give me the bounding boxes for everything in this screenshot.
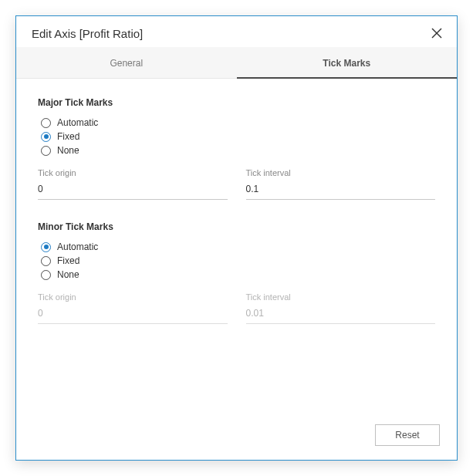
field-label: Tick interval (246, 292, 436, 302)
radio-label: Automatic (57, 241, 98, 252)
minor-heading: Minor Tick Marks (38, 221, 435, 232)
field-label: Tick interval (246, 168, 436, 177)
tab-general-label: General (110, 58, 143, 69)
field-label: Tick origin (38, 292, 228, 302)
major-radio-none[interactable]: None (41, 145, 435, 156)
close-icon (431, 28, 442, 39)
radio-icon (41, 256, 51, 266)
minor-tick-interval-field: Tick interval (246, 292, 436, 324)
minor-radio-group: Automatic Fixed None (41, 241, 435, 280)
edit-axis-dialog: Edit Axis [Profit Ratio] General Tick Ma… (15, 15, 458, 461)
major-tick-origin-input[interactable] (38, 181, 228, 200)
tab-general[interactable]: General (16, 47, 237, 78)
radio-label: Automatic (57, 117, 98, 128)
dialog-content: Major Tick Marks Automatic Fixed None Ti… (16, 79, 457, 415)
tab-tick-marks-label: Tick Marks (323, 58, 370, 69)
major-tick-interval-input[interactable] (246, 181, 436, 200)
radio-icon (41, 132, 51, 142)
radio-icon (41, 242, 51, 252)
dialog-footer: Reset (16, 415, 457, 460)
minor-field-row: Tick origin Tick interval (38, 292, 435, 324)
minor-radio-automatic[interactable]: Automatic (41, 241, 435, 252)
radio-label: Fixed (57, 255, 79, 266)
minor-tick-interval-input (246, 305, 436, 324)
radio-label: Fixed (57, 131, 79, 142)
tab-tick-marks[interactable]: Tick Marks (237, 47, 458, 78)
dialog-title: Edit Axis [Profit Ratio] (32, 27, 143, 40)
radio-label: None (57, 269, 79, 280)
radio-icon (41, 270, 51, 280)
radio-icon (41, 146, 51, 156)
reset-button[interactable]: Reset (375, 424, 440, 446)
major-radio-fixed[interactable]: Fixed (41, 131, 435, 142)
major-radio-group: Automatic Fixed None (41, 117, 435, 156)
radio-icon (41, 118, 51, 128)
major-tick-interval-field: Tick interval (246, 168, 436, 200)
field-label: Tick origin (38, 168, 228, 177)
minor-radio-none[interactable]: None (41, 269, 435, 280)
titlebar: Edit Axis [Profit Ratio] (16, 16, 457, 47)
minor-tick-origin-input (38, 305, 228, 324)
close-button[interactable] (429, 25, 444, 41)
major-radio-automatic[interactable]: Automatic (41, 117, 435, 128)
major-heading: Major Tick Marks (38, 97, 435, 108)
major-field-row: Tick origin Tick interval (38, 168, 435, 200)
minor-tick-origin-field: Tick origin (38, 292, 228, 324)
minor-radio-fixed[interactable]: Fixed (41, 255, 435, 266)
major-tick-origin-field: Tick origin (38, 168, 228, 200)
tab-bar: General Tick Marks (16, 47, 457, 79)
radio-label: None (57, 145, 79, 156)
